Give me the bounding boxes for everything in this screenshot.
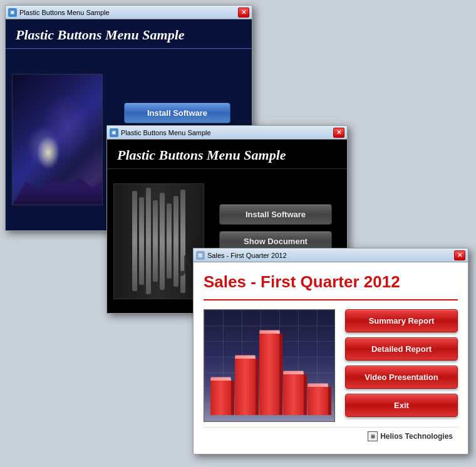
sales-body: Summary Report Detailed Report Video Pre… xyxy=(204,309,458,422)
bar-1 xyxy=(210,377,231,415)
stripe-3 xyxy=(146,188,151,294)
stripe-5 xyxy=(160,193,165,290)
window-title-2: Plastic Buttons Menu Sample xyxy=(121,129,211,136)
stripe-2 xyxy=(139,197,144,285)
install-software-button-2[interactable]: Install Software xyxy=(219,204,332,225)
helios-brand: ⊞ Helios Technologies xyxy=(368,431,453,441)
close-icon-3: ✕ xyxy=(457,252,462,259)
app-icon-3: ▦ xyxy=(196,251,205,260)
red-divider xyxy=(204,299,458,300)
app-title-section-1: Plastic Buttons Menu Sample xyxy=(6,19,252,49)
exit-button-3[interactable]: Exit xyxy=(345,394,458,417)
bar-2 xyxy=(235,355,256,415)
install-software-button-1[interactable]: Install Software xyxy=(124,103,230,123)
title-bar-1: ▣ Plastic Buttons Menu Sample ✕ xyxy=(6,6,252,19)
stripe-4 xyxy=(153,200,158,282)
footer-bar: ⊞ Helios Technologies xyxy=(204,427,458,444)
bar-3 xyxy=(259,330,280,415)
close-button-1[interactable]: ✕ xyxy=(238,8,249,18)
title-bar-2: ▣ Plastic Buttons Menu Sample ✕ xyxy=(107,126,347,140)
title-bar-text-2: ▣ Plastic Buttons Menu Sample xyxy=(110,128,211,137)
helios-icon: ⊞ xyxy=(368,431,378,441)
app-heading-2: Plastic Buttons Menu Sample xyxy=(117,147,337,163)
sales-title: Sales - First Quarter 2012 xyxy=(204,272,458,292)
bars-container xyxy=(210,321,328,415)
bar-chart xyxy=(204,309,335,422)
space-image xyxy=(12,74,103,205)
window-3: ▦ Sales - First Quarter 2012 ✕ Sales - F… xyxy=(193,248,468,454)
app-icon-1: ▣ xyxy=(8,8,17,17)
close-button-2[interactable]: ✕ xyxy=(333,128,344,138)
stripe-1 xyxy=(132,191,137,291)
stripe-6 xyxy=(167,203,172,279)
brand-icon-symbol: ⊞ xyxy=(371,434,375,439)
video-presentation-button[interactable]: Video Presentation xyxy=(345,366,458,389)
window3-content: Sales - First Quarter 2012 xyxy=(194,262,468,454)
report-button-group: Summary Report Detailed Report Video Pre… xyxy=(345,309,458,417)
mountain-decoration xyxy=(13,167,102,205)
close-button-3[interactable]: ✕ xyxy=(454,250,465,260)
detailed-report-button[interactable]: Detailed Report xyxy=(345,337,458,361)
music-note-decoration: ♪ xyxy=(175,243,194,286)
title-bar-3: ▦ Sales - First Quarter 2012 ✕ xyxy=(194,249,468,262)
bar-5 xyxy=(308,383,328,415)
close-icon-2: ✕ xyxy=(336,129,341,136)
music-image: ♪ xyxy=(113,183,204,299)
close-icon-1: ✕ xyxy=(241,9,246,16)
window-title-3: Sales - First Quarter 2012 xyxy=(207,252,287,259)
app-heading-1: Plastic Buttons Menu Sample xyxy=(16,27,242,43)
title-bar-text-1: ▣ Plastic Buttons Menu Sample xyxy=(8,8,110,17)
title-bar-text-3: ▦ Sales - First Quarter 2012 xyxy=(196,251,287,260)
bar-4 xyxy=(283,371,304,415)
brand-name: Helios Technologies xyxy=(380,432,453,441)
window-title-1: Plastic Buttons Menu Sample xyxy=(19,9,110,16)
app-icon-2: ▣ xyxy=(110,128,118,137)
summary-report-button[interactable]: Summary Report xyxy=(345,309,458,332)
